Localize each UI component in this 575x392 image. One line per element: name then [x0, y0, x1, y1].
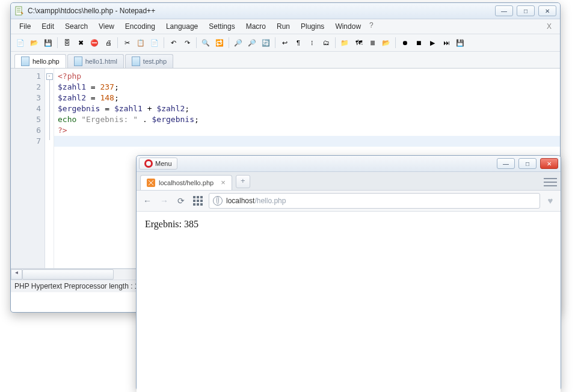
code-token: 237 [100, 82, 114, 91]
page-output-text: Ergebnis: 385 [145, 219, 198, 229]
menu-file[interactable]: File [14, 21, 35, 32]
file-icon [74, 57, 82, 66]
save-macro-icon[interactable]: 💾 [454, 37, 466, 49]
zoom-in-icon[interactable]: 🔎 [232, 37, 244, 49]
doc-map-icon[interactable]: 🗺 [352, 37, 364, 49]
file-tab-label: hello1.html [85, 58, 117, 65]
code-token: $zahl2 [58, 93, 86, 102]
play-multi-icon[interactable]: ⏭ [440, 37, 452, 49]
forward-button[interactable]: → [158, 195, 170, 207]
menu-view[interactable]: View [94, 21, 119, 32]
file-tab-test-php[interactable]: test.php [125, 54, 173, 68]
show-all-chars-icon[interactable]: ¶ [292, 37, 304, 49]
svg-rect-0 [16, 7, 22, 15]
stop-macro-icon[interactable]: ⏹ [413, 37, 425, 49]
page-content: Ergebnis: 385 [137, 212, 561, 392]
cut-icon[interactable]: ✂ [121, 37, 133, 49]
minimize-button[interactable]: — [497, 158, 515, 169]
paste-icon[interactable]: 📄 [149, 37, 161, 49]
undo-icon[interactable]: ↶ [167, 37, 179, 49]
menu-macro[interactable]: Macro [241, 21, 271, 32]
line-number: 3 [11, 93, 41, 103]
menu-help[interactable]: ? [369, 21, 374, 32]
notepad-titlebar[interactable]: C:\xampp\htdocs\hello.php - Notepad++ — … [11, 3, 560, 19]
close-button[interactable]: ✕ [538, 5, 556, 16]
word-wrap-icon[interactable]: ↩ [278, 37, 291, 49]
menu-language[interactable]: Language [161, 21, 203, 32]
scroll-left-button[interactable]: ◄ [11, 269, 22, 280]
menu-settings[interactable]: Settings [204, 21, 239, 32]
scroll-thumb[interactable] [22, 269, 114, 280]
browser-tab[interactable]: localhost/hello.php × [140, 175, 232, 190]
bookmark-button[interactable]: ♥ [545, 195, 556, 206]
file-icon [21, 57, 29, 66]
tab-menu-icon[interactable] [544, 178, 557, 186]
browser-window: Menu — □ ✕ localhost/hello.php × + ← → ⟳… [136, 155, 561, 391]
redo-icon[interactable]: ↷ [181, 37, 193, 49]
close-file-icon[interactable]: ✖ [75, 37, 87, 49]
browser-titlebar[interactable]: Menu — □ ✕ [137, 156, 561, 172]
maximize-button[interactable]: □ [517, 5, 535, 16]
menubar-close-x[interactable]: X [542, 21, 556, 32]
zoom-out-icon[interactable]: 🔎 [246, 37, 258, 49]
tab-close-icon[interactable]: × [221, 180, 226, 186]
replace-icon[interactable]: 🔁 [214, 37, 226, 49]
reload-button[interactable]: ⟳ [175, 195, 187, 207]
menu-window[interactable]: Window [330, 21, 366, 32]
find-icon[interactable]: 🔍 [200, 37, 212, 49]
url-host: localhost [226, 197, 254, 205]
browser-address-bar: ← → ⟳ localhost/hello.php ♥ [137, 191, 561, 212]
record-macro-icon[interactable]: ⏺ [399, 37, 411, 49]
fold-margin[interactable]: - [45, 69, 54, 268]
code-token: echo [58, 115, 76, 124]
menu-plugins[interactable]: Plugins [296, 21, 329, 32]
folder-icon[interactable]: 📁 [339, 37, 351, 49]
print-icon[interactable]: 🖨 [102, 37, 114, 49]
menu-search[interactable]: Search [60, 21, 93, 32]
notepad-menubar: File Edit Search View Encoding Language … [11, 19, 560, 34]
opera-menu-label: Menu [155, 160, 172, 167]
file-tab-hello-php[interactable]: hello.php [14, 54, 66, 68]
open-file-icon[interactable]: 📂 [28, 37, 40, 49]
code-token [76, 115, 81, 124]
save-icon[interactable]: 💾 [42, 37, 54, 49]
save-all-icon[interactable]: 🗄 [61, 37, 73, 49]
new-file-icon[interactable]: 📄 [14, 37, 26, 49]
file-tab-label: hello.php [32, 58, 60, 65]
current-line-highlight [54, 136, 560, 147]
minimize-button[interactable]: — [495, 5, 513, 16]
menu-run[interactable]: Run [272, 21, 295, 32]
line-number-gutter: 1234567 [11, 69, 45, 268]
code-token: $zahl2 [156, 104, 185, 113]
line-number: 5 [11, 114, 41, 125]
globe-icon [213, 196, 223, 206]
fold-toggle-icon[interactable]: - [46, 73, 53, 80]
play-macro-icon[interactable]: ▶ [426, 37, 438, 49]
url-input[interactable]: localhost/hello.php [209, 193, 540, 209]
line-number: 7 [11, 136, 41, 147]
menu-edit[interactable]: Edit [37, 21, 59, 32]
sync-icon[interactable]: 🔄 [260, 37, 272, 49]
opera-menu-button[interactable]: Menu [139, 158, 177, 170]
file-tab-hello1-html[interactable]: hello1.html [67, 54, 124, 68]
lang-menu-icon[interactable]: 🗂 [320, 37, 332, 49]
new-tab-button[interactable]: + [236, 175, 250, 188]
open-folder-icon[interactable]: 📂 [380, 37, 392, 49]
notepad-window-controls: — □ ✕ [495, 5, 556, 16]
back-button[interactable]: ← [141, 195, 153, 207]
code-token: = [86, 82, 100, 91]
indent-guide-icon[interactable]: ⫶ [306, 37, 318, 49]
copy-icon[interactable]: 📋 [135, 37, 147, 49]
speed-dial-button[interactable] [192, 195, 204, 207]
code-token: $ergebnis [58, 104, 100, 113]
close-button[interactable]: ✕ [540, 158, 558, 169]
code-token: = [100, 104, 114, 113]
code-token: $zahl1 [114, 104, 143, 113]
func-list-icon[interactable]: ≣ [366, 37, 378, 49]
menu-encoding[interactable]: Encoding [120, 21, 160, 32]
close-all-icon[interactable]: ⛔ [88, 37, 100, 49]
maximize-button[interactable]: □ [518, 158, 537, 169]
code-token: . [138, 115, 152, 124]
file-tabstrip: hello.php hello1.html test.php [11, 52, 560, 69]
fold-line [49, 80, 50, 140]
